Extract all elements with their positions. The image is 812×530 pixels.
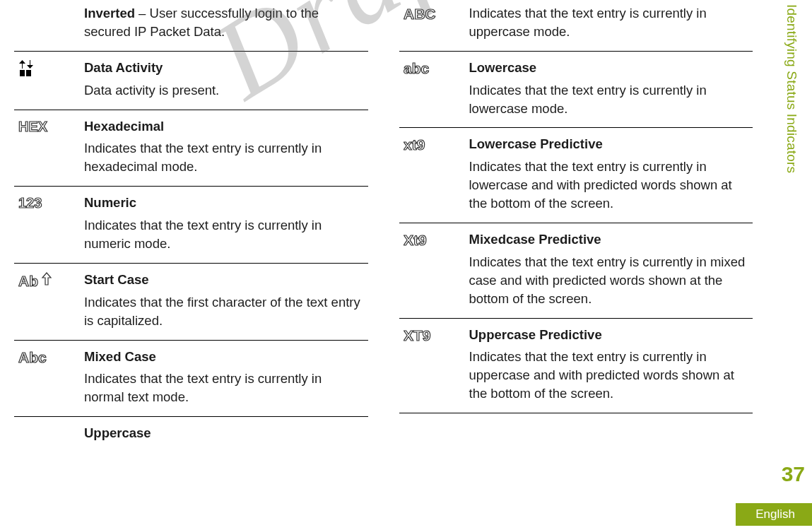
row-title: Uppercase Predictive [469, 326, 751, 344]
row-title: Mixed Case [84, 348, 365, 366]
svg-text:Abc: Abc [18, 349, 47, 365]
icon-cell: xt9 [402, 135, 469, 153]
row-desc: Inverted – User successfully login to th… [84, 4, 365, 41]
numeric-icon: 123 [18, 195, 55, 212]
table-row: xt9 Lowercase Predictive Indicates that … [399, 128, 753, 223]
row-desc: Indicates that the text entry is current… [469, 348, 751, 403]
row-desc: Indicates that the text entry is current… [469, 158, 751, 213]
row-title: Data Activity [84, 59, 365, 77]
icon-cell: abc [402, 59, 469, 77]
mixed-case-icon: Abc [18, 349, 58, 366]
text-cell: Lowercase Predictive Indicates that the … [469, 135, 751, 213]
svg-rect-0 [20, 70, 25, 76]
mixedcase-predictive-icon: Xt9 [404, 232, 443, 249]
left-column: Inverted – User successfully login to th… [7, 0, 375, 457]
svg-text:abc: abc [404, 60, 430, 76]
table-row: 123 Numeric Indicates that the text entr… [14, 187, 368, 264]
row-desc: Indicates that the text entry is current… [469, 81, 751, 118]
svg-text:Ab: Ab [18, 273, 38, 289]
row-title: Lowercase [469, 59, 751, 77]
lowercase-icon: abc [404, 60, 443, 77]
svg-text:HEX: HEX [18, 119, 48, 134]
language-tab: English [736, 503, 812, 526]
icon-cell [17, 4, 84, 6]
row-desc: Indicates that the text entry is current… [84, 139, 365, 176]
table-row: XT9 Uppercase Predictive Indicates that … [399, 319, 753, 414]
svg-text:xt9: xt9 [404, 136, 425, 153]
text-cell: Hexadecimal Indicates that the text entr… [84, 117, 365, 177]
sidebar: Identifying Status Indicators [771, 0, 812, 530]
row-desc: Indicates that the first character of th… [84, 293, 365, 330]
row-title: Lowercase Predictive [469, 135, 751, 153]
table-row: HEX Hexadecimal Indicates that the text … [14, 110, 368, 187]
text-cell: Mixed Case Indicates that the text entry… [84, 348, 365, 407]
row-title: Start Case [84, 271, 365, 289]
row-desc: Data activity is present. [84, 81, 365, 100]
svg-marker-3 [27, 60, 33, 69]
svg-text:XT9: XT9 [404, 327, 431, 343]
text-cell: Mixedcase Predictive Indicates that the … [469, 230, 751, 308]
right-column: ABC Indicates that the text entry is cur… [392, 0, 760, 457]
data-activity-icon [18, 60, 42, 78]
svg-rect-1 [26, 70, 31, 76]
lowercase-predictive-icon: xt9 [404, 136, 443, 153]
start-case-icon: Ab [18, 272, 58, 290]
icon-cell: XT9 [402, 326, 469, 344]
icon-cell: Xt9 [402, 230, 469, 249]
icon-cell [17, 424, 84, 425]
svg-text:123: 123 [18, 195, 42, 211]
table-row: Abc Mixed Case Indicates that the text e… [14, 341, 368, 418]
table-row: Data Activity Data activity is present. [14, 52, 368, 110]
svg-marker-7 [42, 273, 51, 285]
row-desc: Indicates that the text entry is current… [84, 370, 365, 406]
content-area: Inverted – User successfully login to th… [0, 0, 767, 457]
svg-text:Xt9: Xt9 [404, 232, 427, 248]
uppercase-predictive-icon: XT9 [404, 327, 443, 344]
row-desc: Indicates that the text entry is current… [469, 4, 751, 41]
text-cell: Lowercase Indicates that the text entry … [469, 59, 751, 118]
icon-cell [17, 59, 84, 78]
text-cell: Indicates that the text entry is current… [469, 4, 751, 41]
hex-icon: HEX [18, 119, 55, 136]
text-cell: Uppercase Predictive Indicates that the … [469, 326, 751, 404]
row-desc: Indicates that the text entry is current… [469, 253, 751, 308]
icon-cell: Abc [17, 348, 84, 366]
icon-cell: ABC [402, 4, 469, 23]
table-row: Ab Start Case Indicates that the first c… [14, 264, 368, 341]
icon-cell: HEX [17, 117, 84, 136]
row-desc: Indicates that the text entry is current… [84, 216, 365, 253]
table-row: Uppercase [14, 417, 368, 457]
text-cell: Data Activity Data activity is present. [84, 59, 365, 100]
svg-marker-2 [19, 60, 25, 69]
table-row: abc Lowercase Indicates that the text en… [399, 52, 753, 129]
row-title: Numeric [84, 194, 365, 212]
table-row: ABC Indicates that the text entry is cur… [399, 0, 753, 52]
text-cell: Uppercase [84, 424, 365, 447]
row-inline-title: Inverted [84, 6, 135, 20]
table-row: Xt9 Mixedcase Predictive Indicates that … [399, 223, 753, 319]
text-cell: Numeric Indicates that the text entry is… [84, 194, 365, 253]
icon-cell: 123 [17, 194, 84, 212]
svg-text:ABC: ABC [404, 6, 436, 22]
text-cell: Start Case Indicates that the first char… [84, 271, 365, 330]
page-number: 37 [782, 462, 805, 486]
text-cell: Inverted – User successfully login to th… [84, 4, 365, 41]
icon-cell: Ab [17, 271, 84, 290]
row-title: Hexadecimal [84, 117, 365, 136]
section-title: Identifying Status Indicators [784, 0, 799, 173]
row-title: Mixedcase Predictive [469, 230, 751, 249]
row-title: Uppercase [84, 424, 365, 442]
uppercase-icon: ABC [404, 6, 446, 23]
table-row: Inverted – User successfully login to th… [14, 0, 368, 52]
